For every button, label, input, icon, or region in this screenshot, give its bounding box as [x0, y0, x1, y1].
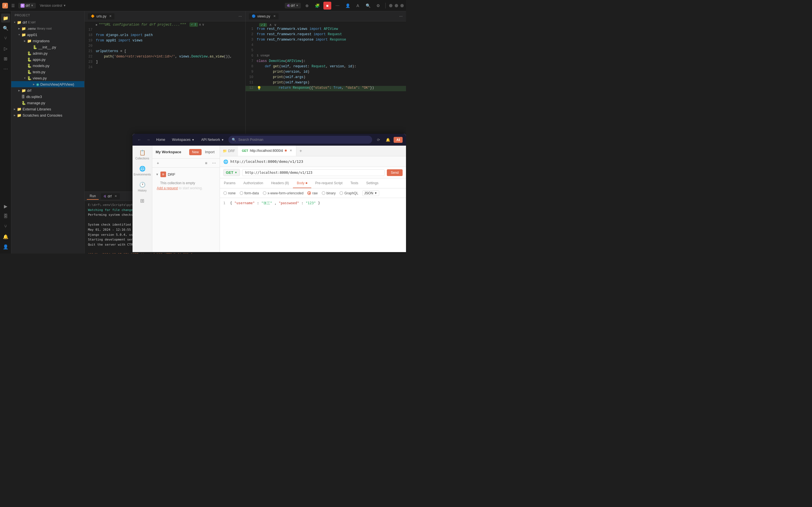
- pm-method-select[interactable]: GET ▼: [223, 169, 240, 176]
- pm-url-input[interactable]: [242, 169, 385, 176]
- tree-item-views[interactable]: ▼ 🐍 views.py: [11, 75, 84, 81]
- pm-urlencoded-radio-btn[interactable]: [263, 191, 266, 195]
- fold-arrow[interactable]: ▶: [96, 23, 98, 26]
- github-icon[interactable]: ⊕: [303, 2, 311, 10]
- search-activity-icon[interactable]: 🔍: [1, 24, 10, 33]
- pm-back-btn[interactable]: ←: [136, 136, 143, 143]
- more-activity-icon[interactable]: ⋯: [1, 64, 10, 73]
- collapse-icon[interactable]: ∨: [202, 22, 204, 27]
- tree-item-apps[interactable]: 🐍 apps.py: [11, 56, 84, 62]
- views-tab[interactable]: 🔵 views.py ✕: [249, 13, 278, 19]
- pm-binary-radio-btn[interactable]: [322, 191, 325, 195]
- tree-item-migrations[interactable]: ▶ 📁 migrations: [11, 38, 84, 44]
- stop-icon[interactable]: ■: [323, 2, 331, 10]
- urls-close-icon[interactable]: ✕: [109, 14, 112, 18]
- run-debug-icon[interactable]: ▷: [1, 44, 10, 53]
- tree-item-drf2[interactable]: ▶ 📁 drf: [11, 87, 84, 94]
- pm-sidebar-collections[interactable]: 📋 Collections: [134, 148, 151, 162]
- pm-send-button[interactable]: Send: [387, 169, 403, 176]
- explorer-icon[interactable]: 📁: [1, 13, 10, 22]
- search-icon[interactable]: 🔍: [364, 2, 372, 10]
- close-button[interactable]: [400, 4, 404, 7]
- git2-icon[interactable]: ⑂: [1, 222, 10, 231]
- pm-params-tab[interactable]: Params: [220, 178, 239, 188]
- pm-urlencoded-radio[interactable]: x-www-form-urlencoded: [263, 191, 303, 195]
- collapse-icon[interactable]: ∨: [274, 23, 276, 27]
- pm-sync-icon[interactable]: ⟳: [374, 136, 382, 144]
- pm-filter-btn[interactable]: ≡: [203, 160, 209, 166]
- hamburger-icon[interactable]: ☰: [10, 2, 16, 9]
- pm-graphql-radio-btn[interactable]: [340, 191, 343, 195]
- pm-none-radio-btn[interactable]: [223, 191, 227, 195]
- pm-json-format-select[interactable]: JSON ▼: [362, 190, 379, 196]
- run-tab[interactable]: Run: [87, 193, 99, 200]
- people-icon[interactable]: 👤: [344, 2, 352, 10]
- pm-signin-btn[interactable]: Aℹ: [394, 137, 403, 143]
- pm-formdata-radio-btn[interactable]: [240, 191, 243, 195]
- pm-new-tab-btn[interactable]: +: [296, 146, 305, 156]
- tree-item-admin[interactable]: 🐍 admin.py: [11, 50, 84, 56]
- pm-raw-radio-btn[interactable]: [307, 191, 311, 195]
- pm-new-btn[interactable]: New: [189, 149, 202, 155]
- pm-more-toolbar-btn[interactable]: ⋯: [211, 160, 217, 166]
- urls-tab[interactable]: 🔶 urls.py ✕: [88, 13, 114, 19]
- tree-item-scratches[interactable]: ▶ 📁 Scratches and Consoles: [11, 112, 84, 118]
- pm-authorization-tab[interactable]: Authorization: [239, 178, 267, 188]
- pm-add-request-link[interactable]: Add a request: [157, 186, 178, 190]
- extensions-icon[interactable]: 🧩: [313, 2, 321, 10]
- pm-raw-radio[interactable]: raw: [307, 191, 317, 195]
- tree-item-models[interactable]: 🐍 models.py: [11, 62, 84, 69]
- pm-sidebar-history[interactable]: 🕐 History: [134, 180, 151, 194]
- pm-tests-tab[interactable]: Tests: [347, 178, 362, 188]
- project-selector[interactable]: D drf ▼: [18, 3, 36, 8]
- drf-run-btn[interactable]: dj drf ▼: [285, 3, 301, 8]
- pm-binary-radio[interactable]: binary: [322, 191, 336, 195]
- pm-home-btn[interactable]: Home: [154, 136, 167, 143]
- pane-menu-icon[interactable]: ⋯: [399, 14, 403, 18]
- run-icon[interactable]: ▶: [1, 202, 10, 211]
- bell-icon[interactable]: 🔔: [1, 232, 10, 241]
- pane-menu-icon[interactable]: ⋯: [239, 14, 242, 18]
- pm-sidebar-environments[interactable]: 🌐 Environments: [134, 164, 151, 178]
- pm-get-tab[interactable]: GET http://localhost:8000/d ✕: [238, 146, 296, 156]
- pm-add-btn[interactable]: +: [154, 160, 161, 166]
- pm-tab-close-icon[interactable]: ✕: [290, 149, 292, 152]
- pm-body-tab[interactable]: Body: [293, 178, 311, 188]
- database-icon[interactable]: 🗄: [1, 212, 10, 221]
- expand-icon[interactable]: ∧: [199, 22, 201, 27]
- git-icon[interactable]: ⑂: [1, 34, 10, 43]
- pm-forward-btn[interactable]: →: [145, 136, 152, 143]
- tree-item-manage[interactable]: 🐍 manage.py: [11, 100, 84, 106]
- pm-prerequest-tab[interactable]: Pre-request Script: [311, 178, 347, 188]
- tree-item-venv[interactable]: ▶ 📁 .venv library root: [11, 25, 84, 32]
- pm-settings-tab[interactable]: Settings: [362, 178, 382, 188]
- translate-icon[interactable]: A: [354, 2, 362, 10]
- tree-item-extlibs[interactable]: ▶ 📁 External Libraries: [11, 106, 84, 112]
- tree-item-tests[interactable]: 🐍 tests.py: [11, 69, 84, 75]
- tree-item-demoview[interactable]: ▶ ◉ DemoView(APIView): [11, 81, 84, 87]
- pm-graphql-radio[interactable]: GraphQL: [340, 191, 358, 195]
- views-close-icon[interactable]: ✕: [273, 14, 276, 18]
- pm-workspaces-btn[interactable]: Workspaces ▼: [170, 136, 197, 143]
- tree-item-dbsqlite[interactable]: 🗄 db.sqlite3: [11, 94, 84, 100]
- tree-item-init[interactable]: 🐍 __init__.py: [11, 44, 84, 50]
- drf-tab-close[interactable]: ✕: [114, 194, 117, 198]
- pm-formdata-radio[interactable]: form-data: [240, 191, 259, 195]
- pm-sidebar-more[interactable]: ⊞: [134, 196, 151, 206]
- extensions-activity-icon[interactable]: ⊞: [1, 54, 10, 63]
- pm-api-network-btn[interactable]: API Network ▼: [199, 136, 226, 143]
- pm-search[interactable]: 🔍 Search Postman: [229, 136, 372, 144]
- drf-terminal-tab[interactable]: dj drf ✕: [101, 193, 120, 200]
- pm-bell-icon[interactable]: 🔔: [384, 136, 392, 144]
- pm-none-radio[interactable]: none: [223, 191, 236, 195]
- settings-icon[interactable]: ⚙: [374, 2, 382, 10]
- expand-icon[interactable]: ∧: [269, 23, 272, 27]
- tree-item-app01[interactable]: ▼ 📁 app01: [11, 32, 84, 38]
- pm-drf-tab[interactable]: 📁 DRF: [220, 146, 238, 156]
- tree-item-drf[interactable]: ▼ 📁 drf E:\drf: [11, 19, 84, 25]
- person-icon[interactable]: 👤: [1, 242, 10, 251]
- pm-headers-tab[interactable]: Headers (8): [267, 178, 293, 188]
- pm-import-btn[interactable]: Import: [203, 149, 216, 155]
- more-icon[interactable]: ⋯: [334, 2, 342, 10]
- maximize-button[interactable]: [395, 4, 398, 7]
